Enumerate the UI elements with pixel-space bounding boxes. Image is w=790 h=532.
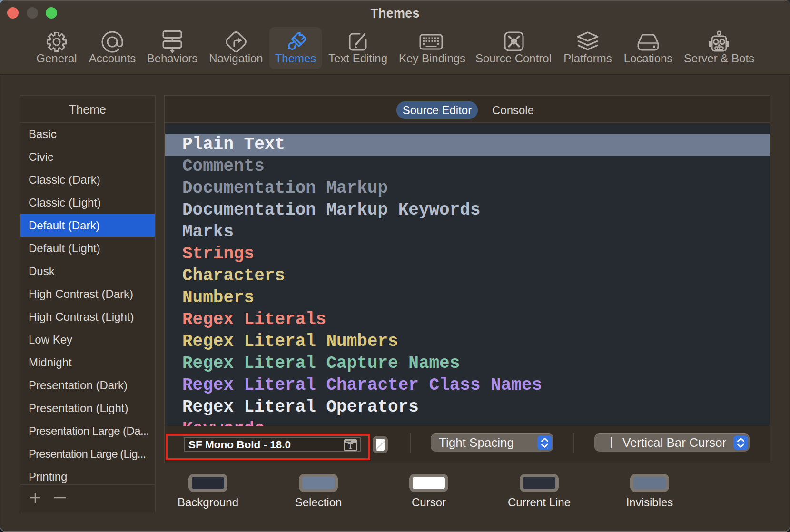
svg-text:T: T (348, 442, 354, 451)
